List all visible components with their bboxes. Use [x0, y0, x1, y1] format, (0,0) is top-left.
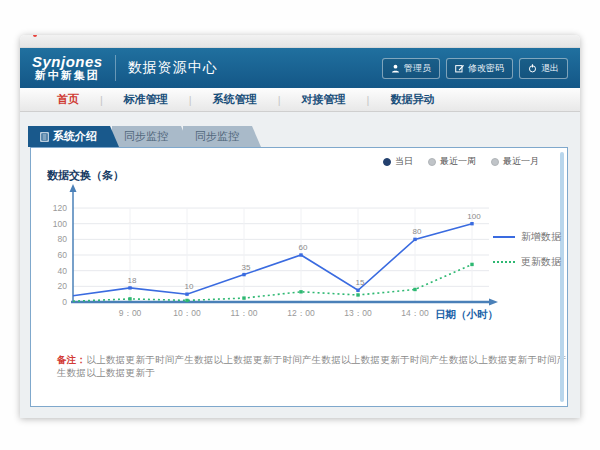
legend-item-update-data: 更新数据	[493, 255, 561, 269]
header-actions: 管理员 修改密码 退出	[382, 58, 568, 79]
page-title: 数据资源中心	[128, 59, 218, 77]
nav-item-system-mgmt[interactable]: 系统管理	[192, 92, 278, 107]
nav-item-interface-mgmt[interactable]: 对接管理	[281, 92, 367, 107]
main-nav: 首页 | 标准管理 | 系统管理 | 对接管理 | 数据异动	[20, 88, 580, 112]
legend-line-dotted-icon	[493, 261, 515, 263]
radio-today[interactable]: 当日	[383, 155, 413, 168]
nav-item-data-change[interactable]: 数据异动	[369, 92, 455, 107]
radio-dot-icon	[491, 158, 499, 166]
page-background: Synjones 新中新集团 数据资源中心 管理员 修改密码	[0, 0, 600, 450]
radio-label: 最近一周	[440, 155, 476, 168]
footnote-label: 备注：	[57, 354, 86, 365]
tab-label: 系统介绍	[53, 126, 97, 147]
tab-sync-monitor-1[interactable]: 同步监控	[112, 126, 190, 147]
power-icon	[528, 64, 537, 73]
radio-last-week[interactable]: 最近一周	[428, 155, 476, 168]
admin-user-button[interactable]: 管理员	[382, 58, 440, 79]
tab-sync-monitor-2[interactable]: 同步监控	[183, 126, 261, 147]
logo: Synjones 新中新集团	[32, 54, 103, 81]
y-axis-title: 数据交换（条）	[47, 168, 124, 183]
edit-icon	[455, 64, 464, 73]
change-password-button[interactable]: 修改密码	[446, 58, 513, 79]
radio-dot-icon	[383, 158, 391, 166]
legend-label: 新增数据	[521, 230, 561, 244]
footnote: 备注：以上数据更新于时间产生数据以上数据更新于时间产生数据以上数据更新于时间产生…	[57, 354, 567, 380]
svg-text:20: 20	[58, 281, 68, 291]
svg-text:40: 40	[58, 266, 68, 276]
logo-subtext: 新中新集团	[35, 70, 100, 82]
radio-label: 当日	[395, 155, 413, 168]
app-window: Synjones 新中新集团 数据资源中心 管理员 修改密码	[20, 35, 580, 418]
logout-label: 退出	[541, 62, 559, 75]
tab-label: 同步监控	[195, 126, 239, 147]
chart-legend: 新增数据 更新数据	[493, 230, 561, 269]
svg-text:12：00: 12：00	[287, 308, 315, 318]
svg-text:18: 18	[128, 276, 137, 285]
svg-text:15: 15	[356, 278, 365, 287]
svg-text:14：00: 14：00	[401, 308, 429, 318]
svg-text:9：00: 9：00	[119, 308, 142, 318]
svg-text:10：00: 10：00	[173, 308, 201, 318]
header-divider	[115, 55, 116, 81]
document-icon	[40, 132, 49, 142]
footnote-text: 以上数据更新于时间产生数据以上数据更新于时间产生数据以上数据更新于时间产生数据以…	[57, 354, 567, 378]
svg-text:100: 100	[53, 219, 67, 229]
logout-button[interactable]: 退出	[519, 58, 568, 79]
content-area: 系统介绍 同步监控 同步监控 当日 最近一周	[20, 112, 580, 418]
svg-text:35: 35	[242, 263, 251, 272]
svg-text:80: 80	[413, 227, 422, 236]
tab-system-intro[interactable]: 系统介绍	[28, 126, 119, 147]
window-chrome-strip	[20, 35, 580, 48]
svg-text:60: 60	[58, 250, 68, 260]
user-icon	[391, 64, 400, 73]
svg-text:0: 0	[62, 297, 67, 307]
radio-last-month[interactable]: 最近一月	[491, 155, 539, 168]
tab-bar: 系统介绍 同步监控 同步监控	[28, 126, 254, 147]
legend-label: 更新数据	[521, 255, 561, 269]
svg-text:11：00: 11：00	[231, 308, 258, 318]
app-header: Synjones 新中新集团 数据资源中心 管理员 修改密码	[20, 48, 580, 88]
svg-text:120: 120	[53, 203, 67, 213]
legend-line-solid-icon	[493, 236, 515, 238]
chart-panel: 当日 最近一周 最近一月 数据交换（条） 0204060801001209：00…	[30, 147, 568, 407]
logo-text: Synjones	[32, 54, 103, 70]
nav-item-standard-mgmt[interactable]: 标准管理	[103, 92, 189, 107]
radio-dot-icon	[428, 158, 436, 166]
svg-text:13：00: 13：00	[344, 308, 372, 318]
nav-item-home[interactable]: 首页	[36, 92, 100, 107]
svg-text:100: 100	[467, 212, 481, 221]
admin-user-label: 管理员	[404, 62, 431, 75]
legend-item-new-data: 新增数据	[493, 230, 561, 244]
vertical-scrollbar[interactable]	[560, 152, 564, 402]
svg-text:80: 80	[58, 234, 68, 244]
radio-label: 最近一月	[503, 155, 539, 168]
change-password-label: 修改密码	[468, 62, 504, 75]
svg-text:60: 60	[299, 243, 308, 252]
time-range-radios: 当日 最近一周 最近一月	[383, 155, 539, 168]
svg-text:日期（小时）: 日期（小时）	[435, 308, 498, 321]
svg-text:10: 10	[185, 282, 194, 291]
tab-label: 同步监控	[124, 126, 168, 147]
